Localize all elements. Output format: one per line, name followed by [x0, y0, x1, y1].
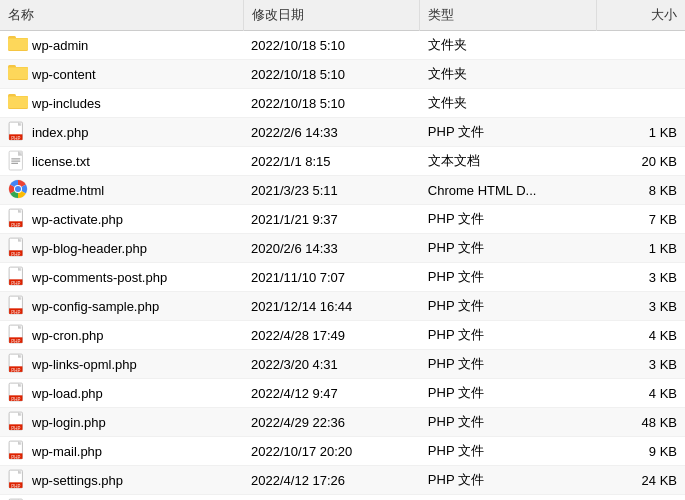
table-row[interactable]: PHP wp-activate.php2021/1/21 9:37PHP 文件7…	[0, 205, 685, 234]
file-date-cell: 2021/12/14 16:44	[243, 292, 420, 321]
table-row[interactable]: PHP wp-links-opml.php2022/3/20 4:31PHP 文…	[0, 350, 685, 379]
table-row[interactable]: PHP wp-settings.php2022/4/12 17:26PHP 文件…	[0, 466, 685, 495]
file-name-text: wp-cron.php	[32, 328, 104, 343]
table-row[interactable]: license.txt2022/1/1 8:15文本文档20 KB	[0, 147, 685, 176]
file-name-cell: wp-includes	[0, 89, 243, 118]
file-size-cell: 8 KB	[597, 176, 685, 205]
table-row[interactable]: PHP wp-blog-header.php2020/2/6 14:33PHP …	[0, 234, 685, 263]
table-row[interactable]: wp-includes2022/10/18 5:10文件夹	[0, 89, 685, 118]
table-row[interactable]: PHP wp-cron.php2022/4/28 17:49PHP 文件4 KB	[0, 321, 685, 350]
table-row[interactable]: PHP wp-config-sample.php2021/12/14 16:44…	[0, 292, 685, 321]
file-size-cell: 1 KB	[597, 118, 685, 147]
file-name-cell: PHP wp-mail.php	[0, 437, 243, 466]
svg-text:PHP: PHP	[11, 252, 20, 257]
svg-rect-11	[8, 97, 28, 108]
svg-point-25	[15, 186, 21, 192]
file-date-cell: 2021/1/21 9:37	[243, 205, 420, 234]
file-date-cell: 2022/4/12 9:47	[243, 379, 420, 408]
file-size-cell: 20 KB	[597, 147, 685, 176]
folder-icon	[8, 63, 28, 83]
file-type-cell: PHP 文件	[420, 437, 597, 466]
table-header-row: 名称 修改日期 类型 大小	[0, 0, 685, 31]
file-name-cell: license.txt	[0, 147, 243, 176]
file-name-cell: PHP index.php	[0, 118, 243, 147]
file-date-cell: 2021/11/10 7:07	[243, 263, 420, 292]
file-type-cell: PHP 文件	[420, 321, 597, 350]
col-header-date[interactable]: 修改日期	[243, 0, 420, 31]
file-name-cell: PHP wp-blog-header.php	[0, 234, 243, 263]
col-header-size[interactable]: 大小	[597, 0, 685, 31]
file-name-text: wp-comments-post.php	[32, 270, 167, 285]
col-header-type[interactable]: 类型	[420, 0, 597, 31]
svg-text:PHP: PHP	[11, 310, 20, 315]
file-name-cell: readme.html	[0, 176, 243, 205]
table-row[interactable]: readme.html2021/3/23 5:11Chrome HTML D..…	[0, 176, 685, 205]
file-name-cell: PHP wp-settings.php	[0, 466, 243, 495]
table-row[interactable]: wp-admin2022/10/18 5:10文件夹	[0, 31, 685, 60]
file-type-cell: PHP 文件	[420, 234, 597, 263]
table-row[interactable]: PHP wp-comments-post.php2021/11/10 7:07P…	[0, 263, 685, 292]
table-row[interactable]: PHP wp-login.php2022/4/29 22:36PHP 文件48 …	[0, 408, 685, 437]
file-size-cell: 9 KB	[597, 437, 685, 466]
table-row[interactable]: PHP wp-load.php2022/4/12 9:47PHP 文件4 KB	[0, 379, 685, 408]
file-date-cell: 2021/3/23 5:11	[243, 176, 420, 205]
php-file-icon: PHP	[8, 324, 28, 344]
file-type-cell: PHP 文件	[420, 292, 597, 321]
file-date-cell: 2022/10/18 5:10	[243, 89, 420, 118]
table-row[interactable]: PHP wp-mail.php2022/10/17 20:20PHP 文件9 K…	[0, 437, 685, 466]
file-name-text: wp-links-opml.php	[32, 357, 137, 372]
txt-file-icon	[8, 150, 28, 170]
file-name-text: wp-load.php	[32, 386, 103, 401]
col-header-name[interactable]: 名称	[0, 0, 243, 31]
svg-text:PHP: PHP	[11, 455, 20, 460]
file-name-text: wp-login.php	[32, 415, 106, 430]
file-size-cell: 3 KB	[597, 263, 685, 292]
file-name-cell: PHP wp-signup.php	[0, 495, 243, 501]
file-name-cell: wp-content	[0, 60, 243, 89]
file-type-cell: 文件夹	[420, 60, 597, 89]
file-name-text: license.txt	[32, 154, 90, 169]
svg-rect-7	[8, 68, 28, 79]
file-size-cell	[597, 89, 685, 118]
php-file-icon: PHP	[8, 440, 28, 460]
table-row[interactable]: PHP wp-signup.php2022/4/11 19:42PHP 文件32…	[0, 495, 685, 501]
file-name-text: wp-mail.php	[32, 444, 102, 459]
file-name-cell: PHP wp-login.php	[0, 408, 243, 437]
file-name-text: wp-blog-header.php	[32, 241, 147, 256]
svg-text:PHP: PHP	[11, 136, 20, 141]
file-date-cell: 2022/10/18 5:10	[243, 31, 420, 60]
file-type-cell: PHP 文件	[420, 408, 597, 437]
php-file-icon: PHP	[8, 237, 28, 257]
php-file-icon: PHP	[8, 295, 28, 315]
file-table: 名称 修改日期 类型 大小 wp-admin2022/10/18 5:10文件夹	[0, 0, 685, 500]
file-date-cell: 2020/2/6 14:33	[243, 234, 420, 263]
php-file-icon: PHP	[8, 353, 28, 373]
php-file-icon: PHP	[8, 469, 28, 489]
file-size-cell: 1 KB	[597, 234, 685, 263]
file-date-cell: 2022/4/29 22:36	[243, 408, 420, 437]
svg-text:PHP: PHP	[11, 281, 20, 286]
file-size-cell: 4 KB	[597, 379, 685, 408]
file-name-text: wp-content	[32, 67, 96, 82]
file-date-cell: 2022/4/28 17:49	[243, 321, 420, 350]
php-file-icon: PHP	[8, 382, 28, 402]
file-date-cell: 2022/1/1 8:15	[243, 147, 420, 176]
file-size-cell: 48 KB	[597, 408, 685, 437]
file-manager: 名称 修改日期 类型 大小 wp-admin2022/10/18 5:10文件夹	[0, 0, 685, 500]
file-type-cell: 文本文档	[420, 147, 597, 176]
file-date-cell: 2022/4/11 19:42	[243, 495, 420, 501]
file-name-text: wp-config-sample.php	[32, 299, 159, 314]
file-size-cell: 32 KB	[597, 495, 685, 501]
php-file-icon: PHP	[8, 411, 28, 431]
svg-text:PHP: PHP	[11, 368, 20, 373]
svg-rect-3	[8, 39, 28, 50]
table-row[interactable]: wp-content2022/10/18 5:10文件夹	[0, 60, 685, 89]
table-row[interactable]: PHP index.php2022/2/6 14:33PHP 文件1 KB	[0, 118, 685, 147]
file-name-text: index.php	[32, 125, 88, 140]
file-name-text: wp-settings.php	[32, 473, 123, 488]
file-date-cell: 2022/2/6 14:33	[243, 118, 420, 147]
file-size-cell: 3 KB	[597, 292, 685, 321]
folder-icon	[8, 34, 28, 54]
file-name-text: readme.html	[32, 183, 104, 198]
file-type-cell: PHP 文件	[420, 495, 597, 501]
